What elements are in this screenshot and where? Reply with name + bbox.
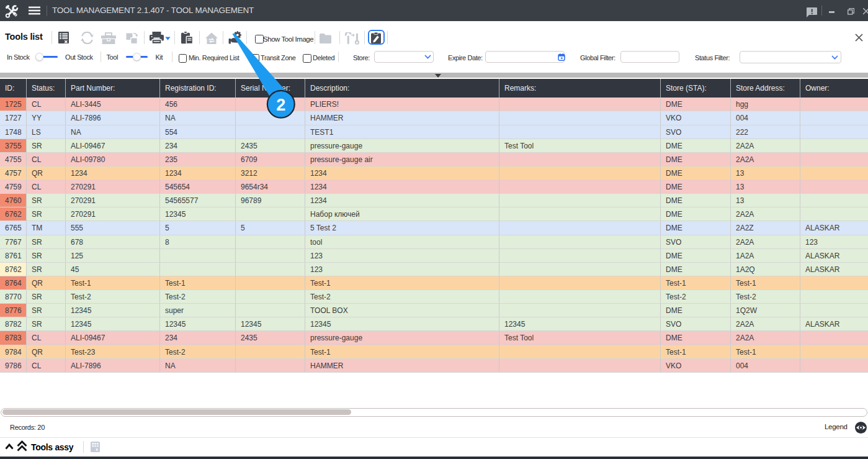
- svg-text:2: 2: [276, 96, 285, 114]
